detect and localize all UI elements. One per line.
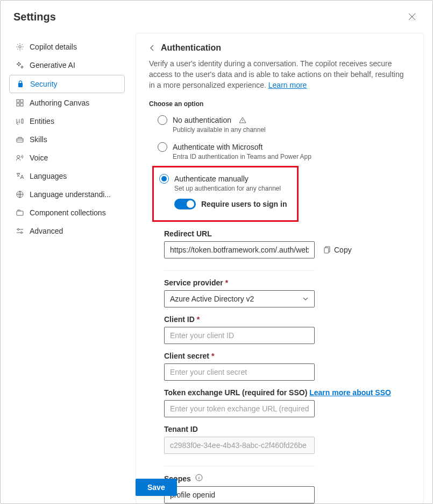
sidebar-item-label: Security <box>30 80 58 88</box>
separator <box>164 466 315 466</box>
sidebar-item-component-collections[interactable]: Component collections <box>9 204 125 221</box>
sidebar-item-label: Languages <box>30 172 67 180</box>
voice-icon <box>16 153 24 162</box>
redirect-url-label: Redirect URL <box>164 229 407 238</box>
token-exchange-url-input[interactable] <box>164 400 315 417</box>
collections-icon <box>16 208 24 217</box>
select-value: Azure Active Directory v2 <box>170 295 254 303</box>
radio-no-authentication[interactable]: No authentication <box>158 115 407 125</box>
sidebar: Copilot details Generative AI Security A… <box>9 33 125 504</box>
copy-icon <box>322 246 331 254</box>
chevron-left-icon <box>149 44 155 52</box>
sidebar-item-language-understanding[interactable]: Language understandi... <box>9 186 125 203</box>
service-provider-select[interactable]: Azure Active Directory v2 <box>164 290 315 307</box>
sidebar-item-entities[interactable]: Entities <box>9 113 125 130</box>
radio-icon <box>159 174 169 184</box>
svg-rect-4 <box>20 103 23 106</box>
lock-icon <box>16 80 25 88</box>
radio-sublabel: Entra ID authentication in Teams and Pow… <box>173 153 407 160</box>
client-secret-input[interactable] <box>164 363 315 381</box>
copy-label: Copy <box>334 246 352 254</box>
svg-point-10 <box>21 232 23 234</box>
redirect-url-input[interactable] <box>164 241 315 258</box>
sidebar-item-generative-ai[interactable]: Generative AI <box>9 57 125 74</box>
sidebar-item-label: Advanced <box>30 227 63 235</box>
section-description: Verify a user's identity during a conver… <box>149 58 407 90</box>
sidebar-item-voice[interactable]: Voice <box>9 149 125 166</box>
learn-more-link[interactable]: Learn more <box>268 81 307 89</box>
sidebar-item-label: Copilot details <box>30 43 77 51</box>
entities-icon <box>16 117 24 125</box>
require-signin-toggle[interactable] <box>174 199 196 209</box>
main-panel: Authentication Verify a user's identity … <box>136 33 424 504</box>
grid-icon <box>16 99 24 107</box>
sliders-icon <box>16 227 24 235</box>
scopes-input[interactable] <box>164 486 315 503</box>
radio-icon <box>158 115 167 125</box>
sparkle-icon <box>16 61 24 69</box>
sidebar-item-authoring-canvas[interactable]: Authoring Canvas <box>9 94 125 111</box>
client-id-input[interactable] <box>164 327 315 344</box>
sidebar-item-label: Language understandi... <box>30 190 111 199</box>
radio-authenticate-microsoft[interactable]: Authenticate with Microsoft <box>158 142 407 152</box>
choose-option-label: Choose an option <box>149 100 407 108</box>
tenant-id-label: Tenant ID <box>164 425 407 433</box>
radio-sublabel: Publicly available in any channel <box>173 126 407 134</box>
sidebar-item-label: Component collections <box>30 208 106 217</box>
separator <box>164 270 315 271</box>
radio-icon <box>158 142 167 152</box>
sidebar-item-security[interactable]: Security <box>9 75 125 93</box>
learn-more-sso-link[interactable]: Learn more about SSO <box>309 388 391 397</box>
svg-point-9 <box>18 229 19 230</box>
close-icon <box>408 13 416 20</box>
client-id-label: Client ID * <box>164 315 407 324</box>
service-provider-label: Service provider * <box>164 278 407 287</box>
svg-point-0 <box>19 46 21 48</box>
svg-rect-8 <box>17 211 23 215</box>
copy-button[interactable]: Copy <box>322 246 352 254</box>
page-title: Settings <box>13 11 56 23</box>
svg-rect-11 <box>324 248 329 253</box>
radio-label: Authenticate manually <box>174 174 249 183</box>
radio-sublabel: Set up authentication for any channel <box>174 185 292 192</box>
svg-point-6 <box>17 156 20 158</box>
token-exchange-url-label: Token exchange URL (required for SSO) Le… <box>164 388 407 397</box>
radio-label: Authenticate with Microsoft <box>173 143 262 151</box>
sidebar-item-label: Voice <box>30 153 48 162</box>
sidebar-item-copilot-details[interactable]: Copilot details <box>9 38 125 55</box>
close-button[interactable] <box>404 9 420 24</box>
gear-icon <box>16 43 24 51</box>
sidebar-item-skills[interactable]: Skills <box>9 131 125 148</box>
chevron-down-icon <box>302 296 309 302</box>
svg-rect-3 <box>17 103 19 106</box>
sidebar-item-advanced[interactable]: Advanced <box>9 222 125 240</box>
sidebar-item-label: Entities <box>30 117 54 125</box>
client-secret-label: Client secret * <box>164 352 407 360</box>
sidebar-item-label: Skills <box>30 135 47 144</box>
sidebar-item-label: Authoring Canvas <box>30 99 89 107</box>
globe-icon <box>16 190 24 199</box>
svg-rect-2 <box>20 100 23 102</box>
languages-icon <box>16 172 24 180</box>
tenant-id-input <box>164 437 315 454</box>
back-button[interactable] <box>149 44 155 52</box>
toggle-label: Require users to sign in <box>201 200 287 208</box>
radio-label: No authentication <box>173 116 231 124</box>
scopes-label: Scopes <box>164 474 407 483</box>
info-icon[interactable] <box>195 474 203 481</box>
radio-authenticate-manually[interactable]: Authenticate manually <box>159 174 292 184</box>
sidebar-item-label: Generative AI <box>30 61 75 69</box>
warning-icon <box>239 116 246 124</box>
toolbox-icon <box>16 135 24 144</box>
save-button[interactable]: Save <box>136 479 177 496</box>
svg-rect-1 <box>17 100 19 102</box>
section-title: Authentication <box>161 43 221 53</box>
sidebar-item-languages[interactable]: Languages <box>9 167 125 185</box>
highlight-box: Authenticate manually Set up authenticat… <box>152 166 299 222</box>
